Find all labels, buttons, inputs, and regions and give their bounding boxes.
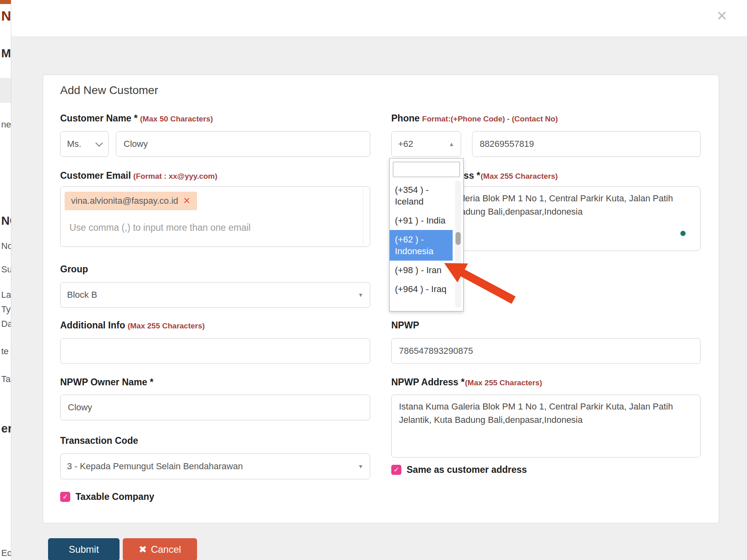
taxable-company-label: Taxable Company <box>76 491 154 502</box>
dropdown-option-list: (+354 ) - Iceland (+91 ) - India (+62 ) … <box>390 180 463 299</box>
phone-code-select[interactable]: +62 ▲ <box>391 131 461 157</box>
npwp-input[interactable] <box>391 338 701 364</box>
background-text-fragment: M <box>1 47 11 60</box>
dropdown-scrollbar-thumb[interactable] <box>455 232 461 245</box>
checkmark-icon: ✓ <box>62 493 68 501</box>
dropdown-option-iran[interactable]: (+98 ) - Iran <box>390 261 453 280</box>
submit-button-label: Submit <box>69 544 99 555</box>
background-text-fragment: Ta <box>1 374 10 384</box>
submit-button[interactable]: Submit <box>48 538 120 560</box>
customer-address-hint: (Max 255 Characters) <box>481 172 558 180</box>
background-text-fragment: La <box>1 290 11 300</box>
close-icon[interactable]: ✕ <box>716 9 728 23</box>
phone-label: PhoneFormat:(+Phone Code) - (Contact No) <box>391 113 558 124</box>
npwp-label: NPWP <box>391 320 419 331</box>
taxable-company-row: ✓ Taxable Company <box>60 491 154 502</box>
page-title: Add New Customer <box>60 84 158 97</box>
npwp-label-text: NPWP <box>391 320 419 330</box>
npwp-address-hint: (Max 255 Characters) <box>465 378 542 387</box>
remove-email-icon[interactable]: ✕ <box>183 196 190 206</box>
customer-email-input[interactable]: vina.alvionita@faspay.co.id ✕ Use comma … <box>60 186 370 247</box>
customer-email-label: Customer Email(Format : xx@yyy.com) <box>60 170 217 181</box>
dropdown-option-iceland[interactable]: (+354 ) - Iceland <box>390 180 453 211</box>
npwp-address-textarea[interactable]: Istana Kuma Galeria Blok PM 1 No 1, Cent… <box>391 395 701 458</box>
background-text-fragment: Ty <box>1 304 10 315</box>
background-page: NC M ner NC No Su La Ty Da te Ta er Ec <box>0 0 11 560</box>
dropdown-option-iraq[interactable]: (+964 ) - Iraq <box>390 280 453 299</box>
email-placeholder: Use comma (,) to input more than one ema… <box>69 222 251 233</box>
email-tag-text: vina.alvionita@faspay.co.id <box>71 196 178 206</box>
background-header-bar <box>0 0 11 4</box>
additional-info-input[interactable] <box>60 338 370 364</box>
npwp-address-label: NPWP Address *(Max 255 Characters) <box>391 377 542 388</box>
background-text-fragment: te <box>1 346 8 357</box>
customer-name-hint: (Max 50 Characters) <box>140 115 213 123</box>
customer-name-label-text: Customer Name * <box>60 113 138 123</box>
group-value: Block B <box>67 290 97 300</box>
same-as-address-checkbox[interactable]: ✓ <box>391 465 401 475</box>
phone-hint: Format:(+Phone Code) - (Contact No) <box>422 115 558 123</box>
npwp-owner-label-text: NPWP Owner Name * <box>60 377 153 387</box>
background-text-fragment: Ec <box>1 548 11 558</box>
caret-up-icon: ▲ <box>449 141 454 147</box>
transaction-code-select[interactable]: 3 - Kepada Pemungut Selain Bendaharawan … <box>60 453 370 479</box>
transaction-code-label: Transaction Code <box>60 435 138 446</box>
phone-number-input[interactable] <box>472 131 701 157</box>
cancel-button-label: Cancel <box>151 544 181 555</box>
npwp-address-label-text: NPWP Address * <box>391 377 465 387</box>
dropdown-scrollbar[interactable] <box>455 180 461 308</box>
background-table-band <box>0 78 11 103</box>
modal-header: ✕ <box>11 0 747 37</box>
npwp-owner-input[interactable] <box>60 395 370 420</box>
caret-down-icon: ▼ <box>358 292 363 298</box>
phone-code-dropdown: (+354 ) - Iceland (+91 ) - India (+62 ) … <box>389 158 464 311</box>
cancel-x-icon: ✖ <box>139 544 147 555</box>
dropdown-option-indonesia[interactable]: (+62 ) - Indonesia <box>390 230 453 261</box>
customer-name-label: Customer Name *(Max 50 Characters) <box>60 113 213 124</box>
add-new-customer-form: Add New Customer Customer Name *(Max 50 … <box>43 75 719 523</box>
dropdown-option-india[interactable]: (+91 ) - India <box>390 211 453 230</box>
background-text-fragment: NC <box>1 214 11 228</box>
additional-info-label: Additional Info(Max 255 Characters) <box>60 320 205 331</box>
customer-name-input[interactable] <box>116 131 370 157</box>
group-label: Group <box>60 264 88 275</box>
npwp-owner-label: NPWP Owner Name * <box>60 377 153 388</box>
additional-info-label-text: Additional Info <box>60 320 125 330</box>
customer-email-label-text: Customer Email <box>60 170 131 181</box>
salutation-select[interactable]: Ms. <box>60 131 109 157</box>
checkmark-icon: ✓ <box>393 466 399 474</box>
transaction-code-label-text: Transaction Code <box>60 435 138 446</box>
same-as-address-label: Same as customer address <box>407 464 527 475</box>
group-select[interactable]: Block B ▼ <box>60 282 370 308</box>
group-label-text: Group <box>60 264 88 274</box>
caret-down-icon: ▼ <box>358 463 363 470</box>
cancel-button[interactable]: ✖ Cancel <box>123 538 197 560</box>
same-as-address-row: ✓ Same as customer address <box>391 464 527 475</box>
background-text-fragment: Da <box>1 319 11 329</box>
teal-dot-indicator <box>680 231 686 236</box>
dropdown-search-input[interactable] <box>393 162 460 177</box>
customer-email-hint: (Format : xx@yyy.com) <box>133 172 217 180</box>
email-box-scrollbar <box>363 188 363 245</box>
modal-body: Add New Customer Customer Name *(Max 50 … <box>11 36 747 560</box>
phone-code-value: +62 <box>398 139 413 149</box>
phone-label-text: Phone <box>391 113 420 123</box>
chevron-down-icon <box>95 139 103 146</box>
background-text-fragment: er <box>1 422 11 435</box>
email-tag: vina.alvionita@faspay.co.id ✕ <box>65 192 197 210</box>
additional-info-hint: (Max 255 Characters) <box>128 322 205 330</box>
transaction-code-value: 3 - Kepada Pemungut Selain Bendaharawan <box>67 461 243 472</box>
taxable-company-checkbox[interactable]: ✓ <box>60 492 70 502</box>
background-text-fragment: ner <box>1 119 11 130</box>
salutation-value: Ms. <box>67 139 81 149</box>
background-text-fragment: Su <box>1 264 11 275</box>
background-text-fragment: No <box>1 241 11 251</box>
background-text-fragment: NC <box>1 8 11 24</box>
